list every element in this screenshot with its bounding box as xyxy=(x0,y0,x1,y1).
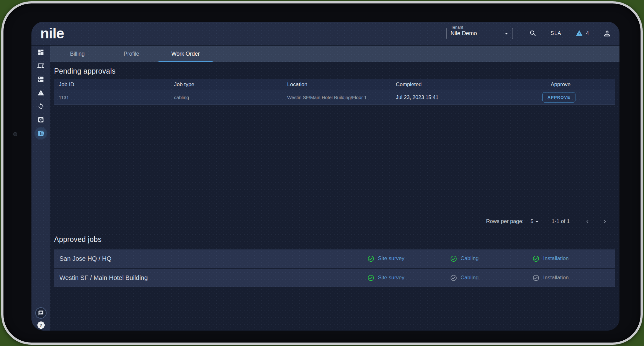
check-circle-icon xyxy=(532,274,540,282)
step-label: Site survey xyxy=(378,255,404,262)
main-area: Billing Profile Work Order Pending appro… xyxy=(50,46,619,331)
cell-completed: Jul 23, 2023 15:41 xyxy=(396,94,543,100)
chat-icon xyxy=(38,310,44,316)
cell-job-id: 1131 xyxy=(59,95,174,100)
alerts-indicator[interactable]: 4 xyxy=(575,30,589,37)
pagination: Rows per page: 5 1-1 of 1 xyxy=(50,215,619,227)
approved-jobs-title: Approved jobs xyxy=(54,235,619,244)
wallet-icon xyxy=(37,130,44,137)
approved-job-row: Westin SF / Main Hotel Building Site sur… xyxy=(54,269,615,287)
step-label: Cabling xyxy=(461,275,479,281)
app-header: nile Tenant Nile Demo SLA 4 xyxy=(31,22,619,46)
step-installation[interactable]: Installation xyxy=(532,255,615,262)
next-page-button[interactable] xyxy=(602,218,608,225)
column-header-completed: Completed xyxy=(396,81,543,88)
pending-approvals-table: Job ID Job type Location Completed Appro… xyxy=(54,79,615,105)
help-button[interactable]: ? xyxy=(37,321,45,329)
approved-jobs-list: San Jose HQ / HQ Site survey xyxy=(54,249,615,287)
check-circle-icon xyxy=(367,274,375,282)
question-mark-glyph: ? xyxy=(39,322,42,328)
column-header-job-type: Job type xyxy=(174,81,287,88)
rows-per-page-value: 5 xyxy=(530,218,533,225)
site-name: San Jose HQ / HQ xyxy=(59,255,367,262)
app-window: nile Tenant Nile Demo SLA 4 xyxy=(31,22,619,331)
warning-icon xyxy=(575,30,583,37)
warning-triangle-icon xyxy=(37,89,44,96)
work-order-content: Pending approvals Job ID Job type Locati… xyxy=(50,62,619,331)
tenant-label: Tenant xyxy=(449,25,465,29)
cell-approve: APPROVE xyxy=(542,92,610,103)
step-label: Cabling xyxy=(461,255,479,262)
sidebar: ? xyxy=(31,46,50,331)
step-installation[interactable]: Installation xyxy=(532,274,615,282)
pending-approvals-title: Pending approvals xyxy=(54,67,619,75)
check-circle-icon xyxy=(450,274,457,282)
header-actions: Tenant Nile Demo SLA 4 xyxy=(446,28,611,39)
rows-per-page-label: Rows per page: xyxy=(486,218,524,225)
column-header-job-id: Job ID xyxy=(59,81,174,88)
job-steps: Site survey Cabling Instal xyxy=(367,274,615,282)
front-camera-icon xyxy=(14,133,17,136)
sidebar-item-work-orders[interactable] xyxy=(35,127,47,139)
app-body: ? Billing Profile Work Order xyxy=(31,46,619,331)
sidebar-item-servers[interactable] xyxy=(35,73,47,85)
step-label: Site survey xyxy=(378,275,404,281)
tenant-select[interactable]: Tenant Nile Demo xyxy=(446,28,513,39)
cell-location: Westin SF/Main Hotel Building/Floor 1 xyxy=(287,95,396,100)
rows-per-page-select[interactable]: 5 xyxy=(530,218,540,225)
table-empty-space xyxy=(50,105,619,215)
chevron-down-icon xyxy=(503,30,510,37)
tablet-frame: nile Tenant Nile Demo SLA 4 xyxy=(1,1,643,345)
feedback-button[interactable] xyxy=(35,307,47,319)
account-icon[interactable] xyxy=(603,29,611,38)
sla-link[interactable]: SLA xyxy=(551,31,562,36)
column-header-location: Location xyxy=(287,81,396,88)
sidebar-item-dashboard[interactable] xyxy=(35,46,47,58)
tab-label: Profile xyxy=(124,51,139,57)
previous-page-button[interactable] xyxy=(584,218,591,225)
dashboard-icon xyxy=(37,49,44,56)
tenant-value: Nile Demo xyxy=(451,30,477,37)
alert-count: 4 xyxy=(586,30,589,36)
pagination-range: 1-1 of 1 xyxy=(552,218,570,225)
site-name: Westin SF / Main Hotel Building xyxy=(59,274,367,282)
nile-logo: nile xyxy=(40,25,64,42)
tab-label: Work Order xyxy=(171,51,200,57)
approve-button[interactable]: APPROVE xyxy=(542,92,575,103)
approved-jobs-section: Approved jobs San Jose HQ / HQ Site surv… xyxy=(50,231,619,287)
step-site-survey[interactable]: Site survey xyxy=(367,255,450,262)
tab-label: Billing xyxy=(70,51,85,57)
check-circle-icon xyxy=(532,255,540,262)
devices-icon xyxy=(37,62,44,69)
tab-profile[interactable]: Profile xyxy=(104,46,158,62)
sidebar-item-alerts[interactable] xyxy=(35,87,47,99)
search-icon[interactable] xyxy=(529,30,537,37)
table-row: 1131 cabling Westin SF/Main Hotel Buildi… xyxy=(54,90,615,105)
refresh-loop-icon xyxy=(37,103,44,110)
sidebar-item-devices[interactable] xyxy=(35,60,47,72)
settings-icon xyxy=(37,116,44,123)
job-steps: Site survey Cabling Instal xyxy=(367,255,615,262)
tab-bar: Billing Profile Work Order xyxy=(50,46,619,62)
sidebar-item-setup[interactable] xyxy=(35,114,47,126)
step-cabling[interactable]: Cabling xyxy=(450,274,533,282)
check-circle-icon xyxy=(367,255,375,262)
cell-job-type: cabling xyxy=(174,95,287,100)
step-cabling[interactable]: Cabling xyxy=(450,255,533,262)
approved-job-row: San Jose HQ / HQ Site survey xyxy=(54,249,615,268)
desk-background: nile Tenant Nile Demo SLA 4 xyxy=(0,0,644,346)
column-header-approve: Approve xyxy=(542,81,610,88)
sidebar-item-refresh[interactable] xyxy=(35,100,47,112)
tab-billing[interactable]: Billing xyxy=(50,46,104,62)
servers-icon xyxy=(37,76,44,83)
check-circle-icon xyxy=(450,255,457,262)
step-label: Installation xyxy=(543,255,569,262)
step-site-survey[interactable]: Site survey xyxy=(367,274,450,282)
table-header-row: Job ID Job type Location Completed Appro… xyxy=(54,79,615,90)
tab-work-order[interactable]: Work Order xyxy=(158,46,213,62)
sidebar-bottom: ? xyxy=(35,307,47,329)
step-label: Installation xyxy=(543,275,569,281)
chevron-down-icon xyxy=(534,218,540,225)
